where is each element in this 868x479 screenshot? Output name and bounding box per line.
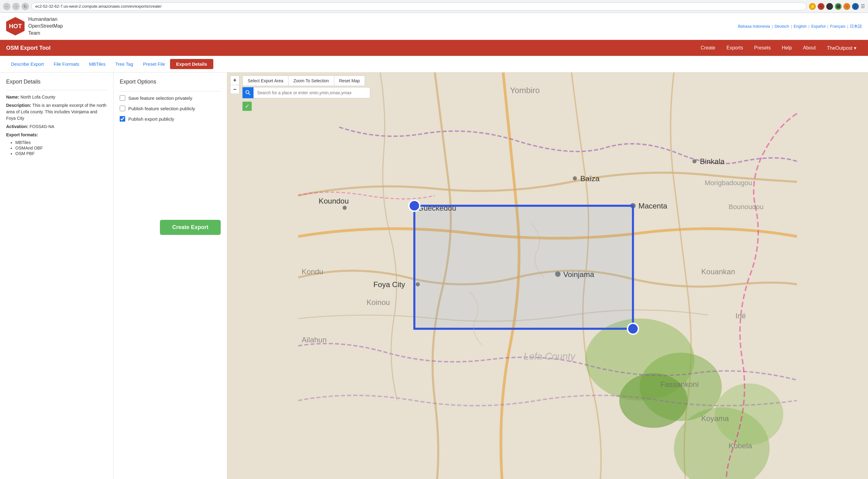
svg-text:Binkala: Binkala xyxy=(700,157,725,166)
lang-japanese[interactable]: 日本語 xyxy=(850,24,862,29)
map-zoom-controls[interactable]: + − xyxy=(230,76,239,94)
save-private-checkbox[interactable] xyxy=(120,95,125,101)
name-label: Name: xyxy=(6,95,19,99)
main-content: Export Details Name: North Lofa County D… xyxy=(0,72,868,479)
back-button[interactable]: ← xyxy=(3,3,10,10)
middle-panel: Export Options Save feature selection pr… xyxy=(114,72,227,479)
nav-about[interactable]: About xyxy=(797,40,822,56)
format-osmand: OSMAnd OBF xyxy=(16,146,107,150)
lang-english[interactable]: English xyxy=(794,24,807,29)
nav-theoutpost[interactable]: TheOutpost ▾ xyxy=(822,40,862,56)
formats-list: MBTiles OSMAnd OBF OSM PBF xyxy=(16,140,107,156)
reset-map-button[interactable]: Reset Map xyxy=(334,76,365,86)
hot-hexagon-logo: HOT xyxy=(6,17,25,36)
formats-label: Export formats: xyxy=(6,132,38,137)
tab-mbtiles[interactable]: MBTiles xyxy=(84,59,111,69)
ext-icon-5: ○ xyxy=(843,3,850,10)
menu-icon[interactable]: ☰ xyxy=(861,3,865,9)
tab-tree-tag[interactable]: Tree Tag xyxy=(111,59,138,69)
tab-describe-export[interactable]: Describe Export xyxy=(6,59,49,69)
lang-deutsch[interactable]: Deutsch xyxy=(774,24,789,29)
save-private-row: Save feature selection privately xyxy=(120,95,221,101)
url-text: ec2-52-32-62-7.us-west-2.compute.amazona… xyxy=(35,4,161,9)
publish-export-label[interactable]: Publish export publicly xyxy=(128,116,174,122)
svg-point-18 xyxy=(573,176,577,180)
nav-bar: OSM Export Tool Create Exports Presets H… xyxy=(0,40,868,56)
lang-francais[interactable]: Français xyxy=(830,24,846,29)
publish-selection-checkbox[interactable] xyxy=(120,106,125,111)
map-buttons-row: Select Export Area Zoom To Selection Res… xyxy=(243,76,365,86)
zoom-in-button[interactable]: + xyxy=(230,76,239,85)
zoom-out-button[interactable]: − xyxy=(230,85,239,94)
export-details-title: Export Details xyxy=(6,79,107,85)
nav-presets[interactable]: Presets xyxy=(749,40,776,56)
left-divider xyxy=(6,90,107,90)
lang-bahasa[interactable]: Bahasa Indonesia xyxy=(738,24,770,29)
tab-file-formats[interactable]: File Formats xyxy=(49,59,84,69)
svg-text:Bounoudou: Bounoudou xyxy=(728,203,764,211)
description-label: Description: xyxy=(6,103,31,108)
nav-exports[interactable]: Exports xyxy=(721,40,749,56)
ext-icon-2: A xyxy=(818,3,825,10)
svg-text:Ailahun: Ailahun xyxy=(302,336,327,344)
save-private-label[interactable]: Save feature selection privately xyxy=(128,95,192,101)
lang-espanol[interactable]: Español xyxy=(811,24,826,29)
svg-text:Koundou: Koundou xyxy=(319,197,349,205)
map-svg: Gueckedou Macenta Voinjama Foya City Kou… xyxy=(227,72,868,479)
hot-logo: HOT Humanitarian OpenStreetMap Team xyxy=(6,16,63,36)
format-osmpbf: OSM PBF xyxy=(16,151,107,156)
svg-text:Kobela: Kobela xyxy=(728,442,752,450)
svg-point-16 xyxy=(343,206,346,210)
nav-links: Create Exports Presets Help About TheOut… xyxy=(695,40,862,56)
publish-selection-row: Publish feature selection publicly xyxy=(120,106,221,111)
svg-line-1 xyxy=(249,93,250,95)
zoom-to-selection-button[interactable]: Zoom To Selection xyxy=(288,76,334,86)
search-icon xyxy=(246,90,250,95)
map-search-row xyxy=(243,87,370,98)
detail-description-row: Description: This is an example excerpt … xyxy=(6,102,107,122)
forward-button[interactable]: → xyxy=(12,3,20,10)
tab-preset-file[interactable]: Preset File xyxy=(138,59,170,69)
svg-point-24 xyxy=(409,200,420,211)
publish-export-checkbox[interactable] xyxy=(120,116,125,122)
publish-selection-label[interactable]: Publish feature selection publicly xyxy=(128,106,195,111)
map-background[interactable]: Gueckedou Macenta Voinjama Foya City Kou… xyxy=(227,72,868,479)
address-bar[interactable]: ec2-52-32-62-7.us-west-2.compute.amazona… xyxy=(31,2,807,10)
ext-icon-6: Z xyxy=(852,3,859,10)
detail-activation-row: Activation: FOSS4G-NA xyxy=(6,123,107,130)
browser-extension-icons: ⭐ A J ⬛ ○ Z ☰ xyxy=(809,3,865,10)
svg-rect-23 xyxy=(414,206,633,329)
svg-point-25 xyxy=(627,323,639,334)
select-export-area-button[interactable]: Select Export Area xyxy=(243,76,288,86)
map-confirm-button[interactable]: ✓ xyxy=(243,102,252,111)
activation-value: FOSS4G-NA xyxy=(29,124,54,129)
detail-name-row: Name: North Lofa County xyxy=(6,94,107,100)
svg-text:Yombiro: Yombiro xyxy=(510,86,540,95)
reload-button[interactable]: ↻ xyxy=(22,3,29,10)
svg-text:Kouankan: Kouankan xyxy=(701,267,735,276)
export-options-title: Export Options xyxy=(120,79,221,85)
publish-export-row: Publish export publicly xyxy=(120,116,221,122)
nav-help[interactable]: Help xyxy=(776,40,797,56)
browser-nav-buttons[interactable]: ← → ↻ xyxy=(3,3,29,10)
search-button[interactable] xyxy=(243,87,253,98)
create-export-button[interactable]: Create Export xyxy=(160,220,221,235)
svg-text:Lofa County: Lofa County xyxy=(524,351,576,362)
name-value: North Lofa County xyxy=(21,95,56,99)
detail-formats-row: Export formats: xyxy=(6,132,107,138)
tabs-bar: Describe Export File Formats MBTiles Tre… xyxy=(0,56,868,72)
tab-export-details[interactable]: Export Details xyxy=(170,59,213,69)
svg-text:Macenta: Macenta xyxy=(639,202,667,210)
svg-text:Fassankoni: Fassankoni xyxy=(660,380,699,388)
nav-create[interactable]: Create xyxy=(695,40,721,56)
map-search-input[interactable] xyxy=(253,87,370,98)
activation-label: Activation: xyxy=(6,124,28,129)
ext-icon-3: J xyxy=(826,3,833,10)
svg-text:Iné: Iné xyxy=(735,312,746,320)
map-panel: + − Select Export Area Zoom To Selection… xyxy=(227,72,868,479)
browser-chrome: ← → ↻ ec2-52-32-62-7.us-west-2.compute.a… xyxy=(0,0,868,13)
format-mbtiles: MBTiles xyxy=(16,140,107,145)
ext-icon-4: ⬛ xyxy=(835,3,842,10)
ext-icon-1: ⭐ xyxy=(809,3,816,10)
left-panel: Export Details Name: North Lofa County D… xyxy=(0,72,114,479)
